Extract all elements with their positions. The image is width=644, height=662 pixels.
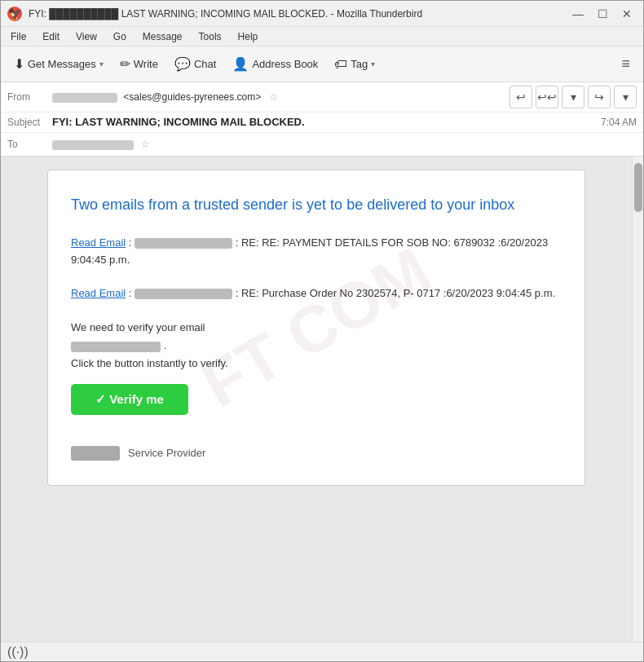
- email-body-area[interactable]: FT COM Two emails from a trusted sender …: [1, 157, 632, 642]
- entry2-blurred: [135, 289, 232, 299]
- chat-label: Chat: [194, 58, 216, 70]
- address-book-label: Address Book: [252, 58, 318, 70]
- tag-button[interactable]: 🏷 Tag ▾: [328, 54, 382, 75]
- get-messages-dropdown-icon: ▾: [99, 60, 104, 68]
- to-blurred: [52, 140, 134, 150]
- footer-text: Service Provider: [128, 447, 205, 459]
- email-card-content: Two emails from a trusted sender is yet …: [71, 195, 562, 461]
- verify-text1: We need to verify your email: [71, 321, 205, 333]
- from-value: <sales@guides-pyrenees.com> ☆: [52, 91, 509, 103]
- chat-button[interactable]: 💬 Chat: [168, 53, 223, 75]
- menu-tools[interactable]: Tools: [192, 29, 228, 44]
- address-book-button[interactable]: 👤 Address Book: [226, 53, 324, 75]
- write-button[interactable]: ✏ Write: [113, 53, 165, 75]
- reply-button[interactable]: ↩: [509, 86, 532, 108]
- menu-edit[interactable]: Edit: [36, 29, 66, 44]
- email-header: From <sales@guides-pyrenees.com> ☆ ↩ ↩↩ …: [1, 82, 643, 157]
- subject-value: FYI: LAST WARNING; INCOMING MAIL BLOCKED…: [52, 116, 594, 129]
- titlebar: 🦅 FYI: ██████████ LAST WARNING; INCOMING…: [1, 1, 643, 27]
- subject-prefix: FYI:: [52, 116, 75, 128]
- nav-actions: ↩ ↩↩ ▾ ↪ ▾: [509, 86, 637, 108]
- menu-help[interactable]: Help: [232, 29, 265, 44]
- hamburger-menu-icon[interactable]: ≡: [615, 52, 637, 76]
- tag-dropdown-icon: ▾: [371, 60, 375, 68]
- write-label: Write: [134, 58, 158, 70]
- main-window: 🦅 FYI: ██████████ LAST WARNING; INCOMING…: [0, 0, 644, 662]
- subject-row: Subject FYI: LAST WARNING; INCOMING MAIL…: [1, 113, 643, 133]
- close-button[interactable]: ✕: [617, 4, 637, 24]
- more-button[interactable]: ▾: [614, 86, 637, 108]
- email-heading: Two emails from a trusted sender is yet …: [71, 195, 562, 215]
- to-row: To ☆: [1, 133, 643, 156]
- email-time: 7:04 AM: [601, 117, 637, 128]
- email-card: FT COM Two emails from a trusted sender …: [47, 170, 585, 486]
- minimize-button[interactable]: —: [568, 4, 588, 24]
- get-messages-icon: ⬇: [14, 56, 24, 72]
- get-messages-button[interactable]: ⬇ Get Messages ▾: [7, 53, 110, 75]
- menu-message[interactable]: Message: [136, 29, 189, 44]
- chat-icon: 💬: [174, 56, 191, 72]
- entry2-colon: :: [129, 287, 135, 299]
- to-value: ☆: [52, 139, 637, 150]
- verify-section: We need to verify your email . Click the…: [71, 319, 562, 415]
- get-messages-label: Get Messages: [28, 58, 96, 70]
- address-book-icon: 👤: [232, 56, 249, 72]
- toolbar: ⬇ Get Messages ▾ ✏ Write 💬 Chat 👤 Addres…: [1, 46, 643, 82]
- wifi-icon: ((·)): [7, 645, 29, 660]
- email-content-wrapper: FT COM Two emails from a trusted sender …: [1, 157, 643, 642]
- statusbar: ((·)): [1, 642, 643, 661]
- verify-button[interactable]: ✓ Verify me: [71, 384, 188, 415]
- tag-icon: 🏷: [334, 57, 347, 72]
- email-entry-2: Read Email : : RE: Purchase Order No 230…: [71, 285, 562, 302]
- verify-text3: Click the button instantly to verify.: [71, 357, 228, 369]
- read-email-link-1[interactable]: Read Email: [71, 236, 126, 249]
- to-star-icon[interactable]: ☆: [141, 139, 150, 150]
- write-icon: ✏: [120, 56, 130, 72]
- footer-logo: [71, 446, 120, 461]
- menu-go[interactable]: Go: [107, 29, 133, 44]
- read-email-link-2[interactable]: Read Email: [71, 287, 126, 299]
- window-controls: — ☐ ✕: [568, 4, 637, 24]
- forward-button[interactable]: ↪: [588, 86, 611, 108]
- from-name-blurred: [52, 93, 117, 103]
- to-label: To: [7, 139, 52, 150]
- menu-view[interactable]: View: [69, 29, 104, 44]
- tag-label: Tag: [351, 58, 368, 70]
- from-email: <sales@guides-pyrenees.com>: [123, 91, 261, 103]
- email-entry-1: Read Email : : RE: RE: PAYMENT DETAILS F…: [71, 235, 562, 269]
- reply-all-button[interactable]: ↩↩: [536, 86, 558, 108]
- menubar: File Edit View Go Message Tools Help: [1, 27, 643, 46]
- subject-suffix: LAST WARNING; INCOMING MAIL BLOCKED.: [75, 116, 304, 128]
- verify-period: .: [164, 339, 167, 351]
- scrollbar-track[interactable]: [632, 157, 643, 642]
- app-icon: 🦅: [7, 7, 22, 21]
- star-icon[interactable]: ☆: [269, 91, 278, 103]
- maximize-button[interactable]: ☐: [593, 4, 612, 24]
- email-footer: Service Provider: [71, 438, 562, 461]
- window-title: FYI: ██████████ LAST WARNING; INCOMING M…: [29, 8, 568, 20]
- from-label: From: [7, 91, 52, 103]
- entry2-detail: : RE: Purchase Order No 2302574, P- 0717…: [236, 287, 555, 299]
- menu-file[interactable]: File: [4, 29, 33, 44]
- prev-button[interactable]: ▾: [562, 86, 584, 108]
- from-row: From <sales@guides-pyrenees.com> ☆ ↩ ↩↩ …: [1, 82, 643, 113]
- entry1-blurred: [135, 238, 232, 249]
- scrollbar-thumb[interactable]: [634, 163, 642, 212]
- entry1-colon: :: [129, 236, 135, 249]
- subject-label: Subject: [7, 117, 52, 128]
- verify-email-blurred: [71, 342, 161, 352]
